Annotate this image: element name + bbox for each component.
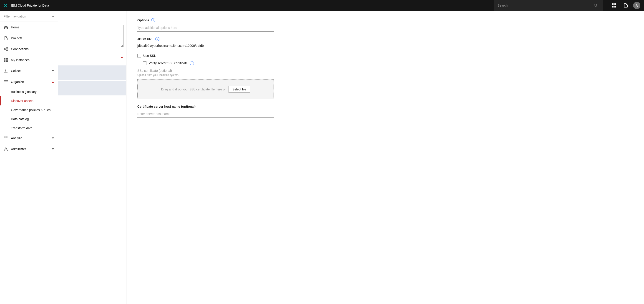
sidebar-item-discover-assets[interactable]: Discover assets [0,96,58,105]
options-input[interactable] [137,24,274,31]
jdbc-url-row: JDBC URL i jdbc:db2://yourhostname.ibm.c… [137,37,274,48]
verify-ssl-label: Verify server SSL certificate [149,61,188,65]
sidebar-item-label: Administer [11,147,52,151]
sidebar-item-connections[interactable]: Connections [0,44,58,54]
left-panel-textarea[interactable] [61,25,124,47]
collapse-icon[interactable]: ⇥ [52,14,54,18]
svg-rect-14 [4,80,8,81]
my-instances-icon [4,58,8,62]
options-info-icon[interactable]: i [151,18,155,22]
svg-point-5 [6,47,8,49]
svg-rect-15 [4,82,8,82]
sidebar-subitem-label: Transform data [11,126,32,130]
svg-rect-16 [4,83,8,83]
file-icon-button[interactable] [620,0,631,11]
svg-point-4 [4,49,6,50]
cert-host-input[interactable] [137,110,274,118]
sidebar-item-my-instances[interactable]: My instances [0,54,58,65]
svg-point-21 [5,148,6,149]
chevron-down-icon: ▼ [52,147,54,151]
projects-icon [4,36,8,40]
main-content: Options i JDBC URL i jdbc:db2://yourhost… [126,11,644,304]
svg-rect-17 [4,137,5,137]
collect-icon [4,69,8,73]
svg-rect-9 [4,58,6,59]
ssl-cert-sublabel: Upload from your local file system. [137,73,274,77]
home-icon [4,25,8,29]
sidebar-subitem-label: Discover assets [11,99,34,103]
svg-rect-18 [4,138,8,138]
svg-rect-2 [612,6,614,7]
organize-icon [4,80,8,84]
left-panel: ▼ [58,11,126,304]
sidebar-item-label: Home [11,25,54,29]
chevron-up-icon: ▲ [52,80,54,83]
jdbc-url-label: JDBC URL i [137,37,274,41]
sidebar-item-analyze[interactable]: Analyze ▼ [0,133,58,144]
svg-rect-20 [6,137,8,137]
ssl-cert-label: SSL certificate (optional) [137,69,274,72]
options-row: Options i [137,18,274,31]
left-panel-highlight-row-2 [58,81,126,95]
sidebar-item-label: Projects [11,36,54,40]
jdbc-url-info-icon[interactable]: i [155,37,160,41]
sidebar-item-label: My instances [11,58,54,62]
verify-ssl-row: Verify server SSL certificate i [137,61,274,65]
administer-icon [4,147,8,151]
svg-line-7 [5,48,6,49]
verify-ssl-checkbox[interactable] [143,61,146,65]
use-ssl-checkbox[interactable] [137,54,141,57]
chevron-down-icon: ▼ [52,137,54,140]
app-title: IBM Cloud Private for Data [11,4,490,7]
sidebar-subitem-label: Governance policies & rules [11,108,50,112]
main-layout: ⇥ Home Projects Connections My instances [0,11,644,304]
sidebar-item-label: Connections [11,47,54,51]
verify-ssl-info-icon[interactable]: i [190,61,194,65]
sidebar-item-data-catalog[interactable]: Data catalog [0,114,58,124]
ssl-cert-row: SSL certificate (optional) Upload from y… [137,69,274,99]
cert-host-row: Certificate server host name (optional) [137,105,274,118]
svg-rect-13 [4,72,8,72]
sidebar-item-home[interactable]: Home [0,22,58,33]
chevron-down-icon: ▼ [52,69,54,72]
grid-icon-button[interactable] [608,0,620,11]
search-input[interactable] [494,0,603,11]
upload-drag-text: Drag and drop your SSL certificate file … [161,87,226,91]
svg-rect-1 [614,3,616,5]
svg-rect-3 [614,6,616,7]
sidebar-item-administer[interactable]: Administer ▼ [0,144,58,155]
left-panel-highlight-row-1 [58,65,126,80]
svg-rect-11 [4,60,6,62]
upload-zone[interactable]: Drag and drop your SSL certificate file … [137,79,274,99]
options-label: Options i [137,18,274,22]
avatar[interactable]: A [633,2,640,9]
jdbc-url-value: jdbc:db2://yourhostname.ibm.com:10000/od… [137,43,274,48]
use-ssl-label: Use SSL [143,54,156,57]
sidebar-subitem-label: Business glossary [11,90,36,94]
sidebar-item-business-glossary[interactable]: Business glossary [0,87,58,96]
select-file-button[interactable]: Select file [228,86,250,93]
sidebar-filter-bar: ⇥ [0,11,58,22]
sidebar-item-collect[interactable]: Collect ▼ [0,65,58,76]
close-icon[interactable]: ✕ [4,3,8,8]
left-panel-select[interactable] [61,52,124,60]
sidebar-item-label: Collect [11,69,52,73]
top-navigation: ✕ IBM Cloud Private for Data A [0,0,644,11]
connections-icon [4,47,8,51]
left-panel-input-1[interactable] [61,14,124,22]
svg-point-6 [6,50,8,51]
form-section: Options i JDBC URL i jdbc:db2://yourhost… [137,18,274,118]
sidebar-item-governance-policies[interactable]: Governance policies & rules [0,105,58,114]
sidebar-item-label: Analyze [11,136,52,140]
filter-navigation-input[interactable] [4,14,52,18]
sidebar-subitem-label: Data catalog [11,117,29,121]
sidebar-item-projects[interactable]: Projects [0,33,58,44]
analyze-icon [4,136,8,140]
svg-rect-10 [6,58,8,59]
sidebar-item-transform-data[interactable]: Transform data [0,124,58,133]
sidebar-item-organize[interactable]: Organize ▲ [0,76,58,87]
svg-rect-12 [6,60,8,62]
sidebar: ⇥ Home Projects Connections My instances [0,11,58,304]
cert-host-label: Certificate server host name (optional) [137,105,274,108]
svg-line-8 [5,49,6,50]
